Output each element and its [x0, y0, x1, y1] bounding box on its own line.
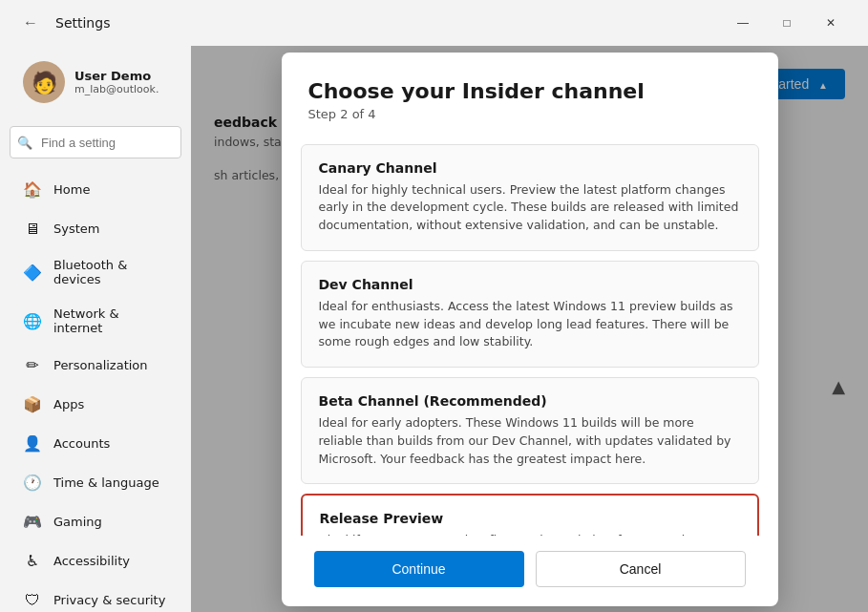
channel-card-dev[interactable]: Dev Channel Ideal for enthusiasts. Acces… [301, 261, 759, 368]
search-input[interactable] [10, 126, 181, 158]
channel-name-beta: Beta Channel (Recommended) [319, 393, 741, 409]
channel-desc-dev: Ideal for enthusiasts. Access the latest… [319, 298, 741, 351]
search-box: 🔍 [10, 126, 181, 158]
settings-window: ← Settings — □ ✕ 🧑 User Demo m_lab@outlo… [0, 0, 868, 612]
sidebar-item-accessibility[interactable]: ♿ Accessibility [8, 541, 183, 580]
title-bar: ← Settings — □ ✕ [0, 0, 868, 46]
modal-header: Choose your Insider channel Step 2 of 4 [282, 53, 778, 144]
title-bar-controls: — □ ✕ [721, 8, 853, 38]
channel-name-canary: Canary Channel [319, 160, 741, 176]
sidebar-item-privacy[interactable]: 🛡 Privacy & security [8, 580, 183, 612]
minimize-button[interactable]: — [721, 8, 765, 38]
channel-card-canary[interactable]: Canary Channel Ideal for highly technica… [301, 144, 759, 251]
cancel-button[interactable]: Cancel [536, 551, 746, 587]
sidebar-item-gaming[interactable]: 🎮 Gaming [8, 502, 183, 540]
sidebar-nav: 🏠 Home 🖥 System 🔷 Bluetooth & devices 🌐 … [0, 170, 191, 612]
right-content: Get started ▲ eedback indows, stay up sh… [191, 46, 868, 612]
avatar: 🧑 [23, 61, 65, 103]
sidebar-item-privacy-label: Privacy & security [53, 593, 165, 607]
sidebar-item-network[interactable]: 🌐 Network & internet [8, 297, 183, 345]
sidebar-item-bluetooth[interactable]: 🔷 Bluetooth & devices [8, 248, 183, 296]
sidebar-item-time-label: Time & language [53, 475, 159, 490]
back-button[interactable]: ← [15, 8, 46, 38]
close-button[interactable]: ✕ [809, 8, 853, 38]
search-icon: 🔍 [17, 136, 32, 150]
continue-button[interactable]: Continue [314, 551, 524, 587]
user-profile[interactable]: 🧑 User Demo m_lab@outlook. [8, 53, 183, 118]
accessibility-icon: ♿ [23, 551, 42, 570]
apps-icon: 📦 [23, 394, 42, 413]
channel-name-release: Release Preview [320, 511, 740, 526]
time-icon: 🕐 [23, 473, 42, 492]
modal-body: Canary Channel Ideal for highly technica… [282, 144, 778, 536]
channel-desc-beta: Ideal for early adopters. These Windows … [319, 414, 741, 468]
sidebar: 🧑 User Demo m_lab@outlook. 🔍 🏠 Home 🖥 [0, 46, 191, 612]
personalization-icon: ✏️ [23, 355, 42, 374]
sidebar-item-apps[interactable]: 📦 Apps [8, 385, 183, 423]
modal-footer: Continue Cancel [282, 536, 778, 606]
sidebar-item-accessibility-label: Accessibility [53, 554, 130, 568]
system-icon: 🖥 [23, 219, 42, 238]
sidebar-item-home-label: Home [53, 182, 90, 197]
sidebar-item-time[interactable]: 🕐 Time & language [8, 463, 183, 501]
accounts-icon: 👤 [23, 433, 42, 453]
user-name: User Demo [74, 69, 159, 83]
modal-dialog: Choose your Insider channel Step 2 of 4 … [282, 53, 778, 606]
privacy-icon: 🛡 [23, 590, 42, 609]
network-icon: 🌐 [23, 311, 42, 330]
sidebar-item-personalization[interactable]: ✏️ Personalization [8, 346, 183, 384]
sidebar-item-accounts[interactable]: 👤 Accounts [8, 424, 183, 462]
sidebar-item-apps-label: Apps [53, 397, 84, 412]
user-email: m_lab@outlook. [74, 83, 159, 95]
title-bar-left: ← Settings [15, 8, 709, 38]
sidebar-item-personalization-label: Personalization [53, 358, 148, 372]
home-icon: 🏠 [23, 179, 42, 199]
maximize-button[interactable]: □ [765, 8, 809, 38]
sidebar-item-system[interactable]: 🖥 System [8, 209, 183, 247]
sidebar-item-accounts-label: Accounts [53, 436, 110, 451]
window-title: Settings [55, 15, 110, 31]
channel-desc-canary: Ideal for highly technical users. Previe… [319, 181, 741, 235]
modal-title: Choose your Insider channel [308, 79, 752, 103]
channel-name-dev: Dev Channel [319, 277, 741, 292]
sidebar-item-bluetooth-label: Bluetooth & devices [53, 258, 168, 286]
sidebar-item-gaming-label: Gaming [53, 515, 102, 529]
sidebar-item-network-label: Network & internet [53, 306, 168, 335]
modal-overlay: Choose your Insider channel Step 2 of 4 … [191, 46, 868, 612]
user-info: User Demo m_lab@outlook. [74, 69, 159, 95]
channel-card-release[interactable]: Release Preview Ideal if you want to pre… [301, 494, 759, 535]
main-content: 🧑 User Demo m_lab@outlook. 🔍 🏠 Home 🖥 [0, 46, 868, 612]
modal-step: Step 2 of 4 [308, 107, 752, 121]
sidebar-item-system-label: System [53, 222, 99, 236]
channel-card-beta[interactable]: Beta Channel (Recommended) Ideal for ear… [301, 377, 759, 484]
gaming-icon: 🎮 [23, 512, 42, 531]
sidebar-item-home[interactable]: 🏠 Home [8, 170, 183, 208]
bluetooth-icon: 🔷 [23, 263, 42, 282]
